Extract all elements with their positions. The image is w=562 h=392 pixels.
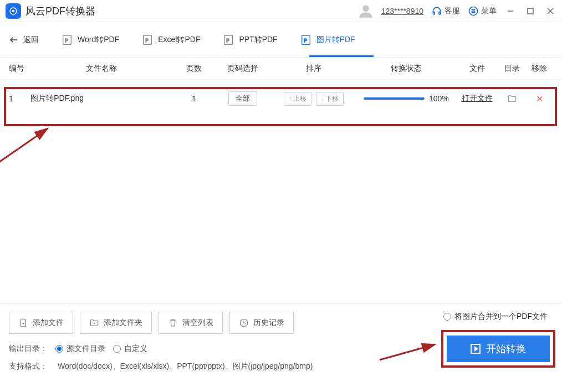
support-link[interactable]: 客服 [431,6,460,17]
row-pages: 1 [172,94,216,103]
tab-label: Excel转PDF [158,35,200,45]
open-file-link[interactable]: 打开文件 [462,94,493,102]
radio-label: 源文件目录 [67,344,105,354]
th-order: 排序 [270,64,357,74]
row-pagesel: 全部 [216,91,270,106]
minimize-button[interactable] [504,5,517,17]
support-text: Word(doc/docx)、Excel(xls/xlsx)、PPT(ppt/p… [58,362,313,372]
support-label: 客服 [445,6,460,16]
svg-text:P: P [146,38,149,43]
move-down-button[interactable]: ↓下移 [316,92,344,106]
image-icon: P [300,34,312,46]
radio-label: 自定义 [124,344,147,354]
svg-point-2 [362,5,369,12]
th-name: 文件名称 [30,64,172,74]
tab-label: PPT转PDF [239,35,277,45]
th-status: 转换状态 [357,64,455,74]
titlebar: 风云PDF转换器 123****8910 客服 菜单 [0,0,562,22]
table-header: 编号 文件名称 页数 页码选择 排序 转换状态 文件 目录 移除 [0,58,562,80]
back-button[interactable]: 返回 [9,35,39,45]
table-row: 1 图片转PDF.png 1 全部 ↑上移 ↓下移 100% 打开文件 ✕ [0,86,562,111]
th-file: 文件 [455,64,499,74]
app-title: 风云PDF转换器 [25,4,95,18]
menu-link[interactable]: 菜单 [468,6,497,17]
move-up-button[interactable]: ↑上移 [284,92,311,106]
btn-label: 添加文件夹 [104,318,142,328]
start-label: 开始转换 [486,342,526,355]
annotation-arrow-row [0,122,60,172]
trash-icon [168,318,178,328]
tab-image[interactable]: P 图片转PDF [300,22,355,57]
start-convert-button[interactable]: 开始转换 [447,336,550,362]
row-dir [499,94,526,104]
clock-icon [239,318,249,328]
output-source-radio[interactable]: 源文件目录 [55,344,105,354]
support-label: 支持格式： [9,362,48,372]
row-order: ↑上移 ↓下移 [270,92,357,106]
tab-label: Word转PDF [78,35,119,45]
ppt-icon: P [222,34,234,46]
back-label: 返回 [23,35,39,45]
history-button[interactable]: 历史记录 [229,312,294,334]
btn-label: 历史记录 [253,318,284,328]
btn-label: 添加文件 [33,318,64,328]
radio-checked-icon [55,345,63,353]
svg-text:P: P [304,38,307,43]
page-select-button[interactable]: 全部 [228,91,257,106]
user-id[interactable]: 123****8910 [381,7,423,16]
th-pages: 页数 [172,64,216,74]
tab-excel[interactable]: P Excel转PDF [141,22,200,57]
radio-icon [113,345,121,353]
app-logo [6,3,21,19]
output-custom-radio[interactable]: 自定义 [113,344,147,354]
tab-label: 图片转PDF [316,35,355,45]
radio-icon [443,313,451,321]
th-num: 编号 [9,64,30,74]
progress-pct: 100% [429,94,449,103]
svg-line-20 [0,128,48,166]
btn-label: 清空列表 [182,318,213,328]
row-status: 100% [357,94,455,103]
svg-text:P: P [65,38,68,43]
row-remove: ✕ [526,94,553,104]
folder-plus-icon [89,318,99,328]
svg-point-1 [12,9,15,12]
add-folder-button[interactable]: 添加文件夹 [80,312,152,334]
th-remove: 移除 [526,64,553,74]
merge-label: 将图片合并到一个PDF文件 [454,312,548,322]
th-dir: 目录 [499,64,526,74]
tab-ppt[interactable]: P PPT转PDF [222,22,277,57]
row-filename: 图片转PDF.png [30,94,172,104]
th-pagesel: 页码选择 [216,64,270,74]
maximize-button[interactable] [524,5,537,17]
menu-label: 菜单 [481,6,497,16]
tabbar: 返回 P Word转PDF P Excel转PDF P PPT转PDF P 图片… [0,22,562,58]
clear-list-button[interactable]: 清空列表 [159,312,223,334]
play-icon [471,344,481,354]
tab-word[interactable]: P Word转PDF [61,22,119,57]
svg-text:P: P [227,38,230,43]
folder-icon[interactable] [507,94,517,104]
add-file-button[interactable]: 添加文件 [9,312,73,334]
output-label: 输出目录： [9,344,48,354]
bottom-panel: 添加文件 添加文件夹 清空列表 历史记录 将图片合并到一个PDF文件 输出目录：… [0,303,562,392]
file-plus-icon [18,318,28,328]
remove-button[interactable]: ✕ [536,94,543,104]
headset-icon [431,6,442,17]
avatar-icon [358,3,374,19]
annotation-start-highlight: 开始转换 [441,330,555,368]
merge-option[interactable]: 将图片合并到一个PDF文件 [443,312,548,322]
menu-icon [468,6,479,17]
progress-bar [364,97,425,100]
row-file: 打开文件 [455,94,499,104]
excel-icon: P [141,34,154,46]
active-tab-underline [309,55,374,57]
close-button[interactable] [544,5,556,17]
row-num: 1 [9,94,30,103]
word-icon: P [61,34,73,46]
svg-rect-8 [528,8,533,14]
